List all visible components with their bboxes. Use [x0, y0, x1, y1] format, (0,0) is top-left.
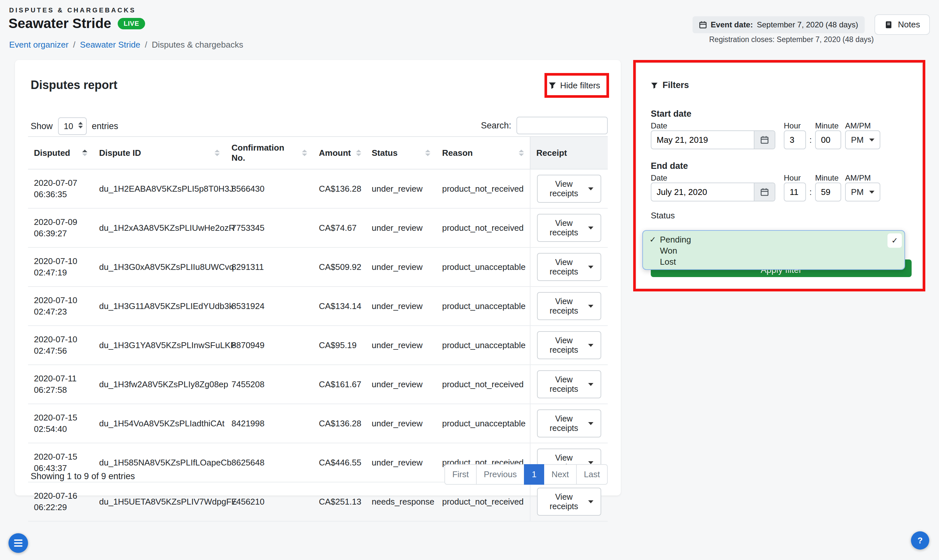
status-option-label: Won	[660, 246, 677, 256]
status-option[interactable]: ✓ Lost	[643, 256, 904, 267]
end-hour-input[interactable]	[785, 183, 805, 201]
amount-cell: CA$161.67	[313, 365, 366, 404]
chevron-down-icon	[588, 500, 593, 503]
table-row: 2020-07-09 06:39:27 du_1H2xA3A8V5KZsPLIU…	[28, 208, 608, 248]
view-receipts-button[interactable]: View receipts	[537, 331, 601, 359]
view-receipts-button[interactable]: View receipts	[537, 175, 601, 203]
reason-cell: product_unacceptable	[436, 326, 530, 365]
start-minute-input[interactable]	[816, 131, 840, 149]
view-receipts-button[interactable]: View receipts	[537, 214, 601, 242]
entries-summary: Showing 1 to 9 of 9 entries	[31, 471, 135, 482]
view-receipts-button[interactable]: View receipts	[537, 488, 601, 516]
start-minute-field	[815, 131, 841, 149]
reason-cell: product_unacceptable	[436, 248, 530, 286]
status-cell: under_review	[366, 248, 436, 286]
end-minute-field	[815, 183, 841, 202]
show-label: Show	[31, 121, 53, 131]
status-option[interactable]: ✓ Pending	[643, 234, 904, 245]
view-receipts-label: View receipts	[545, 375, 583, 394]
view-receipts-label: View receipts	[545, 257, 583, 276]
view-receipts-button[interactable]: View receipts	[537, 253, 601, 281]
calendar-icon	[760, 188, 769, 196]
help-fab-button[interactable]: ?	[911, 531, 929, 549]
pagination-first[interactable]: First	[444, 464, 477, 485]
status-cell: under_review	[366, 365, 436, 404]
view-receipts-button[interactable]: View receipts	[537, 292, 601, 320]
col-header-reason[interactable]: Reason	[436, 137, 530, 169]
breadcrumb-link-seawater-stride[interactable]: Seawater Stride	[80, 40, 140, 50]
menu-fab-button[interactable]	[8, 533, 28, 553]
start-calendar-button[interactable]	[754, 131, 775, 149]
view-receipts-button[interactable]: View receipts	[537, 370, 601, 398]
amount-cell: CA$74.67	[313, 208, 366, 248]
start-minute-label: Minute	[815, 121, 839, 131]
pagination-page-1[interactable]: 1	[524, 464, 544, 485]
start-ampm-value: PM	[851, 135, 864, 145]
breadcrumb-link-event-organizer[interactable]: Event organizer	[9, 40, 68, 50]
pagination-last[interactable]: Last	[576, 464, 608, 485]
hide-filters-button[interactable]: Hide filters	[548, 76, 600, 95]
status-option[interactable]: ✓ Won	[643, 245, 904, 256]
start-hour-label: Hour	[784, 121, 801, 131]
status-dropdown: ✓ Pending ✓ Won ✓ Lost ✓	[642, 230, 905, 270]
start-hour-input[interactable]	[785, 131, 805, 149]
end-ampm-select[interactable]: PM	[845, 183, 880, 202]
breadcrumb: Event organizer / Seawater Stride / Disp…	[9, 40, 243, 50]
disputed-date: 2020-07-10	[34, 334, 88, 345]
disputed-cell: 2020-07-10 02:47:56	[28, 326, 93, 365]
col-header-confirmation[interactable]: Confirmation No.	[226, 137, 313, 169]
filters-title-label: Filters	[662, 80, 689, 90]
notes-button[interactable]: Notes	[874, 14, 930, 35]
disputed-cell: 2020-07-16 06:22:29	[28, 482, 93, 521]
end-calendar-button[interactable]	[754, 183, 775, 201]
chevron-down-icon	[588, 266, 593, 269]
end-date-input[interactable]	[651, 183, 754, 201]
view-receipts-button[interactable]: View receipts	[537, 409, 601, 437]
view-receipts-label: View receipts	[545, 297, 583, 315]
col-label: Receipt	[536, 148, 567, 158]
amount-cell: CA$251.13	[313, 482, 366, 521]
filters-panel: Filters Start date Date Hour Minute AM/P…	[636, 63, 923, 289]
disputed-time: 02:47:23	[34, 306, 88, 317]
entries-select[interactable]: 10	[58, 117, 87, 135]
start-date-input[interactable]	[651, 131, 754, 149]
confirmation-cell: 8625648	[226, 443, 313, 482]
start-ampm-select[interactable]: PM	[845, 131, 880, 149]
notes-label: Notes	[898, 20, 920, 30]
chevron-down-icon	[588, 344, 593, 347]
confirmation-cell: 8291311	[226, 248, 313, 286]
disputed-time: 06:27:58	[34, 384, 88, 396]
col-header-amount[interactable]: Amount	[313, 137, 366, 169]
disputed-date: 2020-07-15	[34, 451, 88, 463]
end-minute-input[interactable]	[816, 183, 840, 201]
notes-icon	[884, 20, 893, 29]
chevron-down-icon	[588, 461, 593, 464]
sort-icon	[519, 149, 524, 156]
col-header-dispute-id[interactable]: Dispute ID	[93, 137, 226, 169]
confirmation-cell: 8870949	[226, 326, 313, 365]
col-header-status[interactable]: Status	[366, 137, 436, 169]
status-cell: under_review	[366, 326, 436, 365]
reason-cell: product_not_received	[436, 365, 530, 404]
sort-icon	[82, 149, 88, 156]
pagination-next[interactable]: Next	[543, 464, 576, 485]
disputed-date: 2020-07-10	[34, 295, 88, 306]
confirmation-cell: 7455208	[226, 365, 313, 404]
hide-filters-label: Hide filters	[560, 80, 600, 91]
pagination-previous[interactable]: Previous	[476, 464, 525, 485]
disputes-table: Disputed Dispute ID Confirmation No. Amo…	[28, 136, 608, 522]
table-row: 2020-07-07 06:36:35 du_1H2EABA8V5KZsPLI5…	[28, 169, 608, 208]
dispute-id-cell: du_1H2EABA8V5KZsPLI5p8T0H3J	[93, 169, 226, 208]
sort-icon	[214, 149, 220, 156]
chevron-down-icon	[588, 188, 593, 190]
disputed-date: 2020-07-11	[34, 373, 88, 384]
calendar-icon	[760, 135, 769, 144]
chevron-down-icon	[588, 305, 593, 308]
disputed-time: 02:54:40	[34, 423, 88, 435]
col-header-disputed[interactable]: Disputed	[28, 137, 93, 169]
show-entries-row: Show 10 entries	[31, 117, 119, 135]
col-header-receipt: Receipt	[530, 137, 608, 169]
search-input[interactable]	[516, 117, 608, 134]
filter-icon	[651, 82, 658, 89]
receipt-cell: View receipts	[530, 365, 608, 404]
